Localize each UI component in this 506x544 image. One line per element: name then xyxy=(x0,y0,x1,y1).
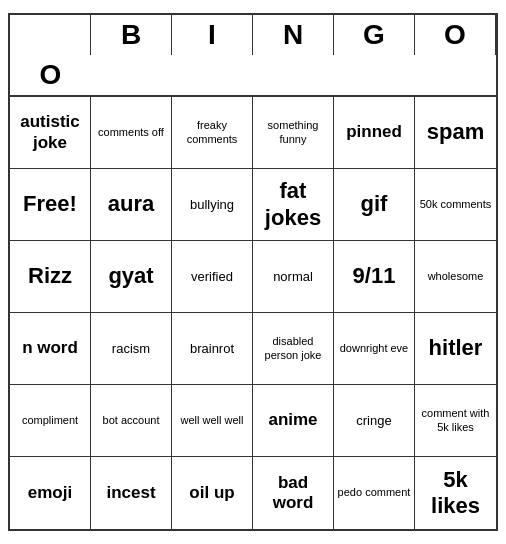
cell-26: well well well xyxy=(172,385,253,457)
header-o2: O xyxy=(10,55,91,95)
header-o1: O xyxy=(415,15,496,55)
cell-24: compliment xyxy=(10,385,91,457)
cell-18: n word xyxy=(10,313,91,385)
cell-28: cringe xyxy=(334,385,415,457)
cell-29: comment with 5k likes xyxy=(415,385,496,457)
cell-5: spam xyxy=(415,97,496,169)
cell-11: 50k comments xyxy=(415,169,496,241)
cell-22: downright eve xyxy=(334,313,415,385)
header-i: I xyxy=(172,15,253,55)
cell-6: Free! xyxy=(10,169,91,241)
bingo-card: B I N G O O autistic jokecomments offfre… xyxy=(8,13,498,531)
bingo-header: B I N G O O xyxy=(10,15,496,97)
cell-33: bad word xyxy=(253,457,334,529)
cell-16: 9/11 xyxy=(334,241,415,313)
cell-17: wholesome xyxy=(415,241,496,313)
cell-1: comments off xyxy=(91,97,172,169)
cell-12: Rizz xyxy=(10,241,91,313)
header-g: G xyxy=(334,15,415,55)
cell-9: fat jokes xyxy=(253,169,334,241)
cell-14: verified xyxy=(172,241,253,313)
cell-27: anime xyxy=(253,385,334,457)
cell-34: pedo comment xyxy=(334,457,415,529)
cell-13: gyat xyxy=(91,241,172,313)
header-blank xyxy=(10,15,91,55)
header-n: N xyxy=(253,15,334,55)
cell-2: freaky comments xyxy=(172,97,253,169)
cell-7: aura xyxy=(91,169,172,241)
cell-30: emoji xyxy=(10,457,91,529)
cell-23: hitler xyxy=(415,313,496,385)
cell-32: oil up xyxy=(172,457,253,529)
cell-25: bot account xyxy=(91,385,172,457)
cell-10: gif xyxy=(334,169,415,241)
cell-4: pinned xyxy=(334,97,415,169)
cell-0: autistic joke xyxy=(10,97,91,169)
cell-19: racism xyxy=(91,313,172,385)
cell-35: 5k likes xyxy=(415,457,496,529)
header-b: B xyxy=(91,15,172,55)
cell-8: bullying xyxy=(172,169,253,241)
cell-20: brainrot xyxy=(172,313,253,385)
cell-3: something funny xyxy=(253,97,334,169)
cell-31: incest xyxy=(91,457,172,529)
cell-21: disabled person joke xyxy=(253,313,334,385)
bingo-grid: autistic jokecomments offfreaky comments… xyxy=(10,97,496,529)
cell-15: normal xyxy=(253,241,334,313)
